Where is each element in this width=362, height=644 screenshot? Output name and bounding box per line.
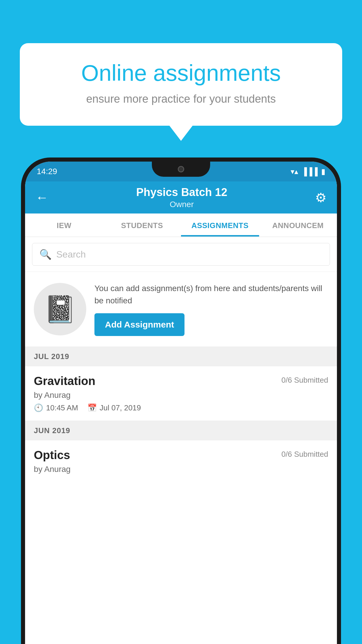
batch-title: Physics Batch 12 [136,186,227,199]
batch-subtitle: Owner [136,200,227,209]
assignment-by-gravitation: by Anurag [34,391,328,400]
search-icon: 🔍 [39,249,52,260]
speech-bubble-title: Online assignments [40,61,322,86]
tab-iew[interactable]: IEW [25,214,103,237]
clock-icon: 🕙 [34,403,43,412]
assignment-meta-gravitation: 🕙 10:45 AM 📅 Jul 07, 2019 [34,403,328,412]
tab-announcements[interactable]: ANNOUNCEM [259,214,337,237]
section-header-jun: JUN 2019 [25,421,337,440]
speech-bubble-container: Online assignments ensure more practice … [20,43,342,126]
tab-assignments[interactable]: ASSIGNMENTS [181,214,259,237]
status-icons: ▾▴ ▐▐▐ ▮ [291,167,325,176]
assignment-item-gravitation[interactable]: Gravitation 0/6 Submitted by Anurag 🕙 10… [25,366,337,421]
status-time: 14:29 [37,167,57,176]
calendar-icon: 📅 [87,403,97,412]
notebook-icon: 📓 [44,294,76,325]
header-center: Physics Batch 12 Owner [136,186,227,209]
app-header: ← Physics Batch 12 Owner ⚙ [25,181,337,214]
promo-description: You can add assignment(s) from here and … [94,282,328,307]
phone-inner: 14:29 ▾▴ ▐▐▐ ▮ ← Physics Batch 12 Owner … [25,162,337,644]
tab-students[interactable]: STUDENTS [103,214,181,237]
tabs-bar: IEW STUDENTS ASSIGNMENTS ANNOUNCEM [25,214,337,237]
speech-bubble-subtitle: ensure more practice for your students [40,93,322,105]
promo-section: 📓 You can add assignment(s) from here an… [25,272,337,347]
back-button[interactable]: ← [36,190,48,205]
notch [152,162,210,177]
status-bar: 14:29 ▾▴ ▐▐▐ ▮ [25,162,337,181]
promo-icon-circle: 📓 [34,283,86,335]
signal-icon: ▐▐▐ [302,167,318,176]
assignment-top-row: Gravitation 0/6 Submitted [34,374,328,388]
section-header-jul: JUL 2019 [25,347,337,366]
assignment-submitted-gravitation: 0/6 Submitted [282,376,328,385]
assignment-submitted-optics: 0/6 Submitted [282,450,328,459]
promo-content: You can add assignment(s) from here and … [94,282,328,336]
battery-icon: ▮ [321,167,325,176]
speech-bubble: Online assignments ensure more practice … [20,43,342,126]
assignment-title-gravitation: Gravitation [34,374,95,388]
add-assignment-button[interactable]: Add Assignment [94,313,184,336]
assignment-date-gravitation: 📅 Jul 07, 2019 [87,403,141,412]
assignment-time-gravitation: 🕙 10:45 AM [34,403,78,412]
search-container: 🔍 Search [25,237,337,272]
assignment-item-optics[interactable]: Optics 0/6 Submitted by Anurag [25,440,337,486]
camera-dot [178,166,184,172]
assignment-by-optics: by Anurag [34,465,328,474]
wifi-icon: ▾▴ [291,167,298,176]
settings-icon[interactable]: ⚙ [315,190,326,205]
phone-frame: 14:29 ▾▴ ▐▐▐ ▮ ← Physics Batch 12 Owner … [21,158,341,644]
assignment-title-optics: Optics [34,449,70,462]
search-bar[interactable]: 🔍 Search [32,243,330,266]
assignment-top-row-optics: Optics 0/6 Submitted [34,449,328,462]
search-placeholder: Search [56,249,86,260]
